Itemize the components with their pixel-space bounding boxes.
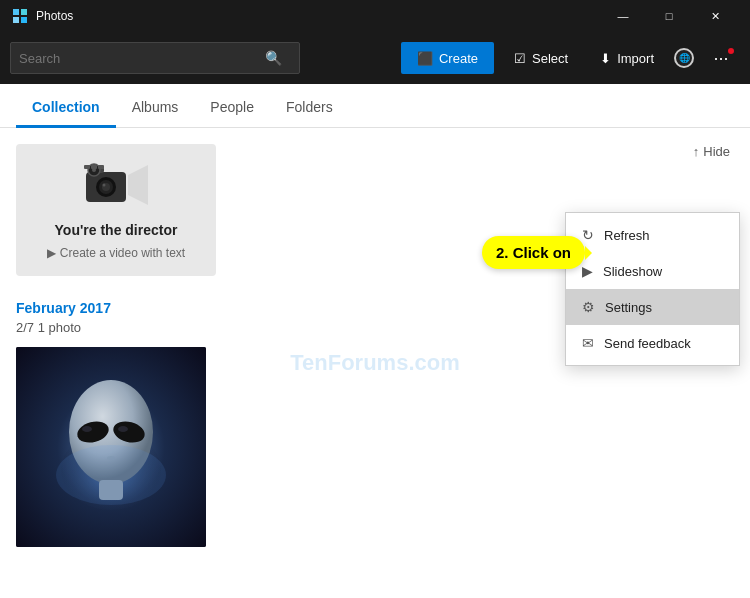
svg-point-8 [103, 184, 106, 187]
photo-thumbnail[interactable] [16, 347, 206, 547]
slideshow-icon: ▶ [582, 263, 593, 279]
main-content: TenForums.com ↑ Hide [0, 128, 750, 598]
dropdown-menu: ↻ Refresh ▶ Slideshow ⚙ Settings ✉ Send … [565, 212, 740, 366]
svg-point-24 [56, 445, 166, 505]
search-input[interactable] [19, 51, 259, 66]
feedback-icon: ✉ [582, 335, 594, 351]
more-button[interactable]: ··· [702, 42, 740, 74]
hide-arrow-icon: ↑ [693, 144, 700, 159]
create-icon: ⬛ [417, 51, 433, 66]
search-icon[interactable]: 🔍 [265, 50, 282, 66]
minimize-button[interactable]: — [600, 0, 646, 32]
alien-svg [41, 360, 181, 535]
window-title: Photos [36, 9, 600, 23]
svg-rect-13 [84, 165, 90, 169]
camera-icon [84, 160, 148, 214]
svg-rect-0 [13, 9, 19, 15]
tab-folders[interactable]: Folders [270, 89, 349, 128]
search-box: 🔍 [10, 42, 300, 74]
svg-rect-3 [21, 17, 27, 23]
video-card-title: You're the director [55, 222, 178, 238]
toolbar: 🔍 ⬛ Create ☑ Select ⬇ Import 🌐 ··· [0, 32, 750, 84]
import-icon: ⬇ [600, 51, 611, 66]
select-icon: ☑ [514, 51, 526, 66]
titlebar: Photos — □ ✕ [0, 0, 750, 32]
alien-image [16, 347, 206, 547]
svg-rect-15 [98, 165, 104, 169]
create-button[interactable]: ⬛ Create [401, 42, 494, 74]
nav-tabs: Collection Albums People Folders [0, 84, 750, 128]
svg-point-21 [118, 426, 128, 432]
svg-rect-2 [13, 17, 19, 23]
globe-icon: 🌐 [674, 48, 694, 68]
tab-collection[interactable]: Collection [16, 89, 116, 128]
watermark: TenForums.com [290, 350, 460, 376]
menu-item-settings[interactable]: ⚙ Settings [566, 289, 739, 325]
video-card[interactable]: You're the director ▶ Create a video wit… [16, 144, 216, 276]
svg-rect-1 [21, 9, 27, 15]
app-window: Photos — □ ✕ 🔍 ⬛ Create ☑ Select ⬇ Impor… [0, 0, 750, 598]
callout-tooltip: 2. Click on [482, 236, 585, 269]
menu-item-feedback[interactable]: ✉ Send feedback [566, 325, 739, 361]
refresh-icon: ↻ [582, 227, 594, 243]
svg-marker-10 [128, 165, 148, 205]
import-button[interactable]: ⬇ Import [588, 42, 666, 74]
video-sub-icon: ▶ [47, 246, 56, 260]
tab-people[interactable]: People [194, 89, 270, 128]
select-button[interactable]: ☑ Select [502, 42, 580, 74]
close-button[interactable]: ✕ [692, 0, 738, 32]
hide-button[interactable]: ↑ Hide [693, 144, 730, 159]
video-card-subtitle: ▶ Create a video with text [47, 246, 185, 260]
svg-point-20 [82, 426, 92, 432]
settings-icon: ⚙ [582, 299, 595, 315]
notification-dot [726, 46, 736, 56]
app-icon [12, 8, 28, 24]
svg-rect-14 [91, 165, 97, 169]
tab-albums[interactable]: Albums [116, 89, 195, 128]
window-controls: — □ ✕ [600, 0, 738, 32]
maximize-button[interactable]: □ [646, 0, 692, 32]
